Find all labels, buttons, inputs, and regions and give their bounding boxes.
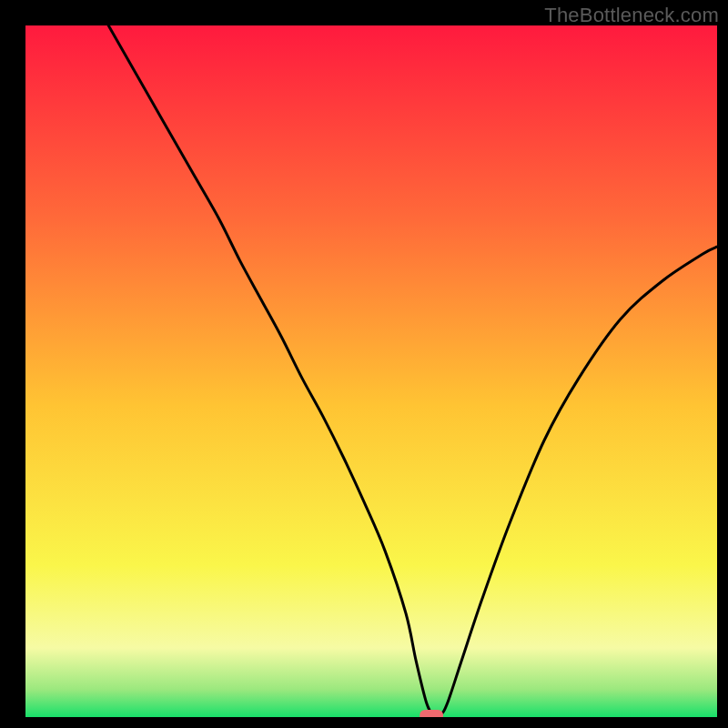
marker-layer bbox=[420, 710, 443, 717]
chart-svg bbox=[25, 25, 717, 717]
chart-background bbox=[25, 25, 717, 717]
optimal-marker bbox=[420, 710, 443, 717]
chart-frame: TheBottleneck.com bbox=[0, 0, 728, 728]
watermark-label: TheBottleneck.com bbox=[544, 4, 719, 27]
chart-plot-area bbox=[25, 25, 717, 717]
